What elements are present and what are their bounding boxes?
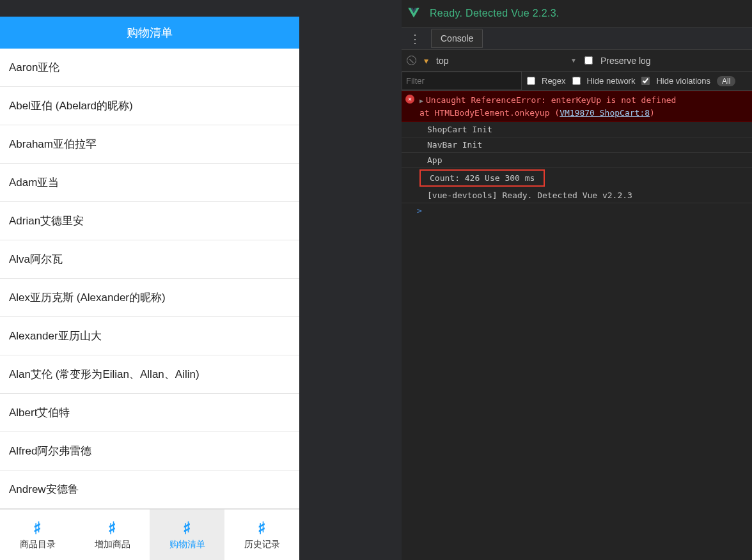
console-log[interactable]: NavBar Init [402, 137, 752, 153]
list-item[interactable]: Alfred阿尔弗雷德 [0, 432, 299, 471]
darkspace-top [0, 0, 299, 17]
vue-logo-icon [407, 6, 421, 20]
nav-add[interactable]: ♯ 增加商品 [75, 509, 150, 560]
hide-violations-checkbox[interactable] [641, 77, 650, 85]
filter-input[interactable] [402, 72, 522, 90]
nav-history[interactable]: ♯ 历史记录 [224, 509, 299, 560]
devtools-tabbar: ⋮ Console [402, 27, 752, 50]
list-item[interactable]: Abraham亚伯拉罕 [0, 125, 299, 164]
list-item[interactable]: Alexander亚历山大 [0, 317, 299, 355]
hash-icon: ♯ [33, 520, 42, 536]
mobile-app: 购物清单 Aaron亚伦 Abel亚伯 (Abelard的昵称) Abraham… [0, 17, 299, 560]
clear-console-icon[interactable] [407, 56, 416, 65]
list-item[interactable]: Alva阿尔瓦 [0, 240, 299, 279]
error-icon: ✕ [405, 95, 414, 104]
list-item[interactable]: Abel亚伯 (Abelard的昵称) [0, 87, 299, 125]
hide-violations-label: Hide violations [656, 76, 710, 86]
list-item[interactable]: Alex亚历克斯 (Alexander的昵称) [0, 279, 299, 317]
devtools-panel: Ready. Detected Vue 2.2.3. ⋮ Console ▾ t… [402, 0, 752, 560]
vue-banner-text: Ready. Detected Vue 2.2.3. [430, 8, 560, 19]
preserve-log-checkbox[interactable] [584, 56, 593, 65]
vue-devtools-banner: Ready. Detected Vue 2.2.3. [402, 0, 752, 27]
bottom-nav: ♯ 商品目录 ♯ 增加商品 ♯ 购物清单 ♯ 历史记录 [0, 509, 299, 560]
list-item[interactable]: Aaron亚伦 [0, 49, 299, 87]
regex-checkbox[interactable] [527, 77, 535, 85]
console-log-highlighted[interactable]: Count: 426 Use 300 ms [422, 171, 542, 185]
tab-console[interactable]: Console [431, 29, 483, 48]
shopping-list[interactable]: Aaron亚伦 Abel亚伯 (Abelard的昵称) Abraham亚伯拉罕 … [0, 49, 299, 509]
page-title: 购物清单 [0, 17, 299, 49]
expand-icon[interactable]: ▶ [419, 97, 423, 104]
console-prompt[interactable]: > [402, 203, 752, 218]
nav-label: 购物清单 [169, 539, 205, 550]
context-selector[interactable]: top ▼ [436, 56, 577, 66]
list-item[interactable]: Alan艾伦 (常变形为Eilian、Allan、Ailin) [0, 355, 299, 394]
hash-icon: ♯ [108, 520, 116, 536]
nav-label: 增加商品 [95, 539, 130, 550]
console-log[interactable]: [vue-devtools] Ready. Detected Vue v2.2.… [402, 188, 752, 203]
console-toolbar: ▾ top ▼ Preserve log [402, 50, 752, 72]
list-item[interactable]: Andrew安德鲁 [0, 471, 299, 509]
error-line-1: Uncaught ReferenceError: enterKeyUp is n… [426, 95, 676, 105]
nav-cart[interactable]: ♯ 购物清单 [150, 509, 224, 560]
context-label: top [436, 56, 448, 66]
console-log[interactable]: App [402, 153, 752, 168]
highlighted-log-box: Count: 426 Use 300 ms [419, 169, 545, 187]
more-icon[interactable]: ⋮ [405, 32, 425, 45]
console-error[interactable]: ✕ ▶Uncaught ReferenceError: enterKeyUp i… [402, 91, 752, 122]
nav-label: 商品目录 [20, 539, 56, 550]
error-source-link[interactable]: VM19870 ShopCart:8 [560, 108, 650, 118]
hide-network-checkbox[interactable] [572, 77, 581, 85]
list-item[interactable]: Adrian艾德里安 [0, 202, 299, 240]
list-item[interactable]: Albert艾伯特 [0, 394, 299, 432]
list-item[interactable]: Adam亚当 [0, 164, 299, 202]
regex-label: Regex [542, 76, 566, 86]
chevron-down-icon: ▼ [570, 57, 577, 64]
console-filter-row: Regex Hide network Hide violations All [402, 72, 752, 91]
console-log[interactable]: ShopCart Init [402, 122, 752, 137]
console-output[interactable]: ✕ ▶Uncaught ReferenceError: enterKeyUp i… [402, 91, 752, 560]
error-line-2-prefix: at HTMLBodyElement.onkeyup ( [419, 108, 560, 118]
error-line-2-suffix: ) [650, 108, 655, 118]
filter-icon[interactable]: ▾ [424, 56, 428, 66]
nav-catalog[interactable]: ♯ 商品目录 [0, 509, 75, 560]
hide-network-label: Hide network [587, 76, 636, 86]
nav-label: 历史记录 [244, 539, 280, 550]
levels-all-pill[interactable]: All [717, 76, 735, 86]
hash-icon: ♯ [183, 520, 191, 536]
hash-icon: ♯ [258, 520, 266, 536]
dark-gap [299, 0, 402, 560]
preserve-log-label: Preserve log [600, 56, 651, 66]
